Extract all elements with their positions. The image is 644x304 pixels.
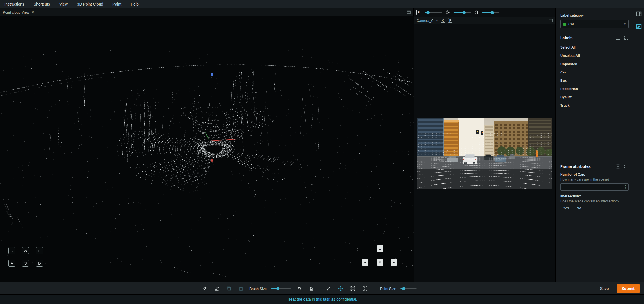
labels-panel-icon[interactable] [636,11,642,17]
nav-up-button[interactable]: ▲ [377,245,383,252]
camera-image[interactable] [417,118,552,189]
menubar: Instructions Shortcuts View 3D Point Clo… [0,0,644,8]
point-size-label: Point Size [380,287,396,291]
menu-paint[interactable]: Paint [112,2,121,6]
view-adjust-bar: P [414,8,555,17]
frame-attributes-header: Frame attributes [560,164,629,169]
submit-button[interactable]: Submit [617,284,640,293]
camera-tab[interactable]: Camera_0 × [417,18,438,23]
point-cloud-tab-label: Point cloud View [3,10,29,14]
number-stepper[interactable]: ▴ ▾ [623,184,628,190]
label-item-bus[interactable]: Bus [556,76,633,85]
step-down-icon[interactable]: ▾ [625,187,626,189]
popout-window-icon[interactable] [549,19,553,22]
expand-section-icon[interactable] [624,164,629,169]
point-cloud-canvas[interactable] [0,16,414,282]
menu-3d-point-cloud[interactable]: 3D Point Cloud [77,2,103,6]
step-up-icon[interactable]: ▴ [625,184,626,187]
nav-right-button[interactable]: ▶ [391,259,397,266]
brush-tool-button[interactable] [201,285,208,292]
label-item-pedestrian[interactable]: Pedestrian [556,85,633,93]
category-color-swatch [563,23,566,26]
category-selected-value: Car [568,22,622,26]
nav-right-icon: ▶ [393,261,395,264]
number-of-cars-input: ▴ ▾ [560,183,629,191]
intersection-yes-button[interactable]: Yes [563,206,569,210]
brush-size-label: Brush Size [249,287,267,291]
point-size-slider[interactable] [400,287,417,290]
camera-tab-label: Camera_0 [417,18,433,23]
label-item-unselect-all[interactable]: Unselect All [556,52,633,60]
point-cloud-panel: Point cloud View × Q W E A S D ▲ ◀ ▼ ▶ [0,8,414,282]
menu-help[interactable]: Help [131,2,139,6]
copy-tool-button[interactable] [225,285,233,292]
key-hint-s: S [22,260,29,267]
fit-view-tool-button[interactable] [349,285,357,292]
frame-attributes-section: Frame attributes Number of Cars How many… [556,160,633,210]
label-item-truck[interactable]: Truck [556,101,633,110]
popout-window-icon[interactable] [407,10,411,14]
polygon-unpaint-tool-button[interactable] [308,285,315,292]
key-hint-e: E [36,247,43,254]
expand-section-icon[interactable] [624,36,629,40]
labels-section-header: Labels [560,36,629,40]
paint-mode-toggle[interactable]: P [416,10,421,15]
move-tool-button[interactable] [337,285,345,292]
right-tool-rail [633,8,644,282]
fullscreen-tool-button[interactable] [361,285,369,292]
camera-f-button[interactable]: F [448,18,452,23]
contrast-icon [474,10,479,15]
key-hint-q: Q [8,247,15,254]
menu-view[interactable]: View [59,2,68,6]
camera-c-button[interactable]: C [441,18,445,23]
close-icon[interactable]: × [436,18,438,23]
paste-tool-button[interactable] [237,285,245,292]
camera-view-body [414,24,555,282]
number-of-cars-field[interactable] [561,184,623,190]
point-cloud-tabbar: Point cloud View × [0,8,413,16]
intersection-label: Intersection? [560,194,629,198]
labels-heading: Labels [560,36,616,40]
app-window: Instructions Shortcuts View 3D Point Clo… [0,0,644,304]
key-hint-a: A [8,260,15,267]
chevron-down-icon: ▾ [624,22,626,26]
collapse-section-icon[interactable] [616,36,620,40]
close-icon[interactable]: × [32,10,34,14]
polygon-paint-tool-button[interactable] [295,285,303,292]
label-item-car[interactable]: Car [556,68,633,76]
point-opacity-slider[interactable] [425,10,442,14]
status-bar: Treat the data in this task as confident… [0,294,644,304]
label-item-unpainted[interactable]: Unpainted [556,60,633,68]
frame-attributes-heading: Frame attributes [560,164,616,169]
save-button[interactable]: Save [597,284,612,293]
bottom-toolbar: Brush Size Point Size [0,282,644,294]
label-item-cyclist[interactable]: Cyclist [556,93,633,101]
nav-left-button[interactable]: ◀ [362,259,368,266]
number-of-cars-question: How many cars are in the scene? [560,178,629,181]
line-tool-button[interactable] [325,285,333,292]
brightness-slider[interactable] [454,10,471,14]
point-cloud-tab[interactable]: Point cloud View × [3,10,34,14]
intersection-question: Does the scene contain an intersection? [560,199,629,203]
label-item-select-all[interactable]: Select All [556,43,633,52]
paint-panel-icon[interactable] [636,24,642,30]
nav-up-icon: ▲ [379,247,381,250]
label-category-heading: Label category [560,13,629,17]
contrast-slider[interactable] [482,10,499,14]
camera-panel: P Camera_0 × C F [414,8,556,282]
annotation-sidebar: Label category Car ▾ Labels Select All U… [556,8,633,282]
marker-tool-button[interactable] [213,285,221,292]
collapse-section-icon[interactable] [616,164,620,169]
nav-left-icon: ◀ [364,261,366,264]
nav-down-button[interactable]: ▼ [377,259,383,266]
brush-size-slider[interactable] [271,287,291,290]
menu-instructions[interactable]: Instructions [4,2,24,6]
nav-down-icon: ▼ [379,261,381,264]
number-of-cars-label: Number of Cars [560,173,629,176]
menu-shortcuts[interactable]: Shortcuts [34,2,50,6]
confidential-message: Treat the data in this task as confident… [287,297,357,302]
intersection-no-button[interactable]: No [577,206,581,210]
key-hint-w: W [22,247,29,254]
label-category-dropdown[interactable]: Car ▾ [560,20,629,28]
camera-tabbar: Camera_0 × C F [414,17,555,24]
